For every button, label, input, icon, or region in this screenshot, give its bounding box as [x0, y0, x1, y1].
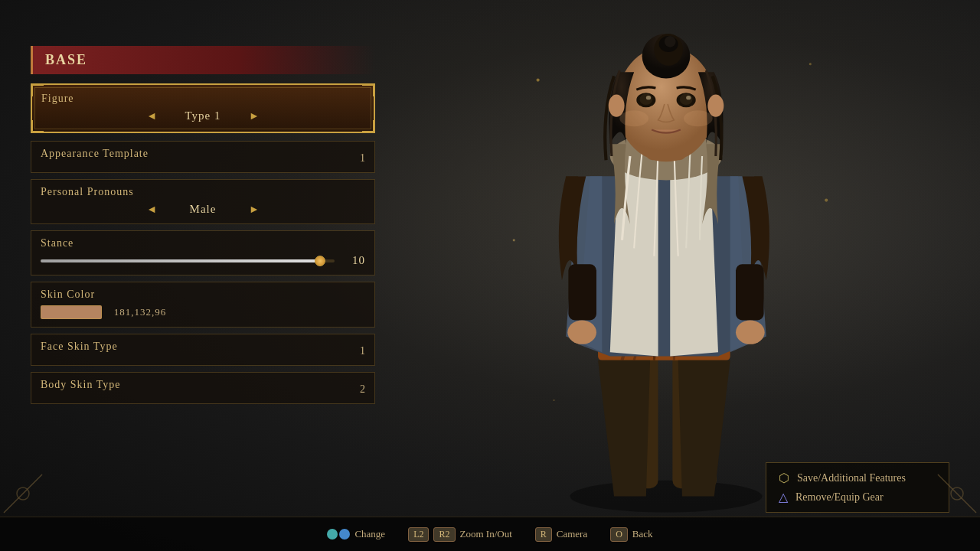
hud-back: O Back — [610, 527, 652, 542]
personal-pronouns-item[interactable]: Personal Pronouns ◄ Male ► — [31, 179, 375, 224]
hud-zoom: L2 R2 Zoom In/Out — [408, 527, 512, 542]
svg-point-32 — [707, 94, 724, 116]
svg-point-29 — [619, 110, 648, 126]
svg-point-38 — [809, 63, 812, 65]
svg-marker-11 — [578, 176, 746, 356]
change-icon-2 — [339, 529, 350, 540]
pronouns-value: Male — [172, 203, 234, 216]
skin-color-swatch[interactable] — [41, 305, 102, 319]
figure-arrow-left[interactable]: ◄ — [146, 110, 157, 122]
svg-point-36 — [736, 320, 765, 344]
pronouns-arrow-right[interactable]: ► — [249, 204, 260, 216]
skin-color-item[interactable]: Skin Color 181,132,96 — [31, 282, 375, 328]
svg-rect-34 — [736, 264, 764, 320]
appearance-template-label: Appearance Template — [41, 148, 365, 160]
svg-rect-33 — [568, 264, 596, 320]
stance-label: Stance — [41, 237, 365, 249]
r-badge: R — [535, 527, 552, 542]
bottom-hud: Change L2 R2 Zoom In/Out R Camera O Back — [0, 517, 980, 551]
svg-point-40 — [825, 198, 828, 201]
svg-point-28 — [686, 96, 691, 99]
pronouns-value-row: ◄ Male ► — [41, 203, 365, 216]
stance-thumb — [315, 256, 325, 266]
save-panel: ⬡ Save/Additional Features △ Remove/Equi… — [766, 462, 949, 513]
svg-point-31 — [609, 94, 625, 116]
skin-color-control: 181,132,96 — [41, 305, 365, 319]
hud-change: Change — [327, 528, 385, 540]
svg-marker-9 — [598, 360, 650, 497]
triangle-icon: △ — [779, 490, 788, 504]
change-label: Change — [354, 528, 385, 540]
svg-point-30 — [684, 110, 713, 126]
save-label: Save/Additional Features — [797, 472, 906, 484]
save-item: ⬡ Save/Additional Features — [779, 471, 936, 485]
figure-arrow-right[interactable]: ► — [249, 110, 260, 122]
svg-point-35 — [567, 320, 596, 344]
corner-tr — [362, 84, 374, 96]
left-panel: Base Figure ◄ Type 1 ► Appearance Templa… — [31, 46, 375, 410]
remove-item: △ Remove/Equip Gear — [779, 490, 936, 504]
section-title: Base — [45, 52, 87, 67]
figure-value: Type 1 — [172, 109, 234, 122]
deco-corner-right — [934, 471, 980, 517]
zoom-label: Zoom In/Out — [460, 528, 512, 540]
figure-value-row: ◄ Type 1 ► — [41, 109, 364, 122]
svg-point-37 — [537, 79, 540, 82]
svg-marker-10 — [678, 360, 730, 497]
svg-point-27 — [646, 96, 651, 99]
stance-track — [41, 259, 335, 262]
skin-color-value: 181,132,96 — [109, 306, 171, 318]
stance-fill — [41, 259, 320, 262]
corner-tl — [31, 84, 44, 96]
body-skin-type-label: Body Skin Type — [41, 379, 365, 391]
hud-camera: R Camera — [535, 527, 587, 542]
section-header: Base — [31, 46, 375, 74]
figure-item[interactable]: Figure ◄ Type 1 ► — [31, 83, 375, 133]
stance-slider[interactable]: 10 — [41, 254, 365, 267]
appearance-template-value: 1 — [360, 152, 365, 165]
r2-badge: R2 — [433, 527, 455, 542]
body-skin-type-item[interactable]: Body Skin Type 2 — [31, 372, 375, 404]
appearance-template-item[interactable]: Appearance Template 1 — [31, 141, 375, 173]
svg-point-39 — [513, 239, 515, 241]
remove-label: Remove/Equip Gear — [795, 491, 884, 504]
svg-point-22 — [665, 36, 676, 47]
personal-pronouns-label: Personal Pronouns — [41, 186, 365, 198]
pronouns-arrow-left[interactable]: ◄ — [146, 204, 157, 216]
face-skin-type-value: 1 — [360, 345, 365, 357]
face-skin-type-label: Face Skin Type — [41, 341, 365, 353]
svg-point-0 — [570, 481, 762, 513]
change-icon-1 — [327, 529, 338, 540]
svg-point-26 — [680, 93, 693, 105]
corner-br — [362, 120, 374, 132]
figure-label: Figure — [41, 93, 364, 105]
stance-item[interactable]: Stance 10 — [31, 230, 375, 276]
o-badge: O — [610, 527, 628, 542]
l2-badge: L2 — [408, 527, 429, 542]
save-icon: ⬡ — [779, 471, 789, 485]
deco-corner-left — [0, 471, 46, 517]
character-preview — [352, 0, 980, 520]
svg-point-41 — [553, 399, 554, 401]
camera-label: Camera — [557, 528, 587, 540]
character-svg — [352, 0, 980, 520]
skin-color-label: Skin Color — [41, 289, 365, 301]
change-icons — [327, 529, 350, 540]
corner-bl — [31, 120, 44, 132]
back-label: Back — [632, 528, 653, 540]
stance-value: 10 — [342, 254, 365, 267]
svg-point-25 — [639, 93, 652, 105]
face-skin-type-item[interactable]: Face Skin Type 1 — [31, 334, 375, 366]
body-skin-type-value: 2 — [360, 383, 365, 396]
